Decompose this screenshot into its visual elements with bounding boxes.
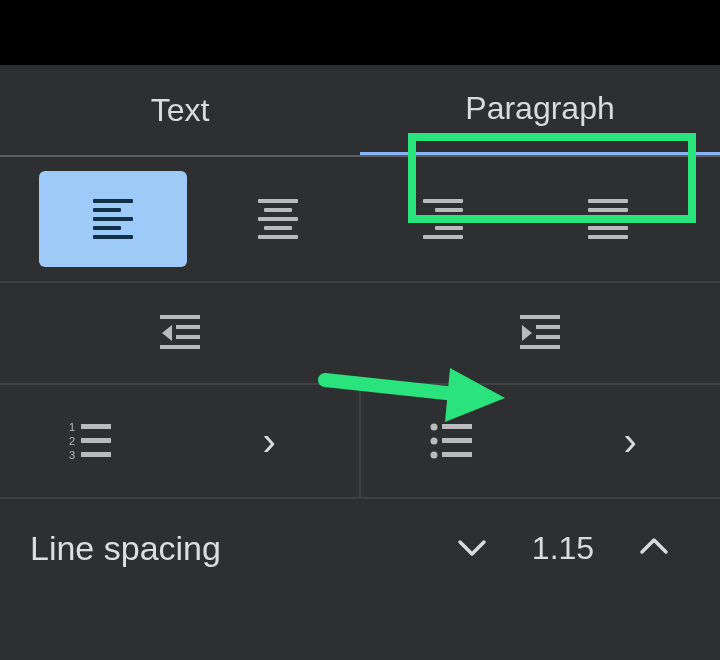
format-panel: Text Paragraph	[0, 65, 720, 660]
bulleted-list-button[interactable]	[361, 385, 541, 497]
svg-rect-23	[442, 452, 472, 457]
svg-rect-16	[81, 438, 111, 443]
svg-rect-0	[160, 315, 200, 319]
bulleted-list-options-button[interactable]: ›	[541, 385, 721, 497]
align-justify-button[interactable]	[534, 171, 682, 267]
chevron-up-icon	[639, 537, 669, 557]
indent-row	[0, 283, 720, 385]
line-spacing-increase-button[interactable]	[618, 537, 690, 561]
align-right-button[interactable]	[369, 171, 517, 267]
svg-text:1: 1	[69, 421, 75, 433]
numbered-list-options-button[interactable]: ›	[180, 385, 360, 497]
svg-marker-4	[162, 325, 172, 341]
svg-rect-1	[176, 325, 200, 329]
chevron-right-icon: ›	[624, 419, 637, 464]
align-justify-icon	[588, 199, 628, 239]
decrease-indent-button[interactable]	[0, 313, 360, 353]
svg-rect-3	[160, 345, 200, 349]
svg-rect-2	[176, 335, 200, 339]
svg-rect-7	[536, 335, 560, 339]
align-center-button[interactable]	[204, 171, 352, 267]
device-status-bar	[0, 0, 720, 65]
numbered-list-icon: 1 2 3	[69, 421, 111, 461]
svg-rect-15	[81, 424, 111, 429]
line-spacing-label: Line spacing	[30, 529, 436, 568]
svg-text:2: 2	[69, 435, 75, 447]
svg-rect-5	[520, 315, 560, 319]
tabs-bar: Text Paragraph	[0, 65, 720, 157]
align-right-icon	[423, 199, 463, 239]
svg-rect-22	[442, 438, 472, 443]
decrease-indent-icon	[160, 313, 200, 353]
line-spacing-value: 1.15	[508, 530, 618, 567]
tab-text[interactable]: Text	[0, 65, 360, 155]
align-center-icon	[258, 199, 298, 239]
increase-indent-icon	[520, 313, 560, 353]
svg-text:3: 3	[69, 449, 75, 461]
svg-point-18	[430, 424, 437, 431]
bulleted-list-icon	[430, 421, 472, 461]
svg-point-20	[430, 452, 437, 459]
svg-point-19	[430, 438, 437, 445]
alignment-row	[0, 157, 720, 283]
align-left-icon	[93, 199, 133, 239]
increase-indent-button[interactable]	[360, 313, 720, 353]
numbered-list-button[interactable]: 1 2 3	[0, 385, 180, 497]
svg-rect-21	[442, 424, 472, 429]
svg-marker-9	[522, 325, 532, 341]
lists-row: 1 2 3 ›	[0, 385, 720, 499]
align-left-button[interactable]	[39, 171, 187, 267]
line-spacing-decrease-button[interactable]	[436, 537, 508, 561]
svg-rect-6	[536, 325, 560, 329]
line-spacing-row: Line spacing 1.15	[0, 499, 720, 598]
svg-rect-8	[520, 345, 560, 349]
chevron-down-icon	[457, 537, 487, 557]
chevron-right-icon: ›	[263, 419, 276, 464]
tab-paragraph[interactable]: Paragraph	[360, 65, 720, 155]
svg-rect-17	[81, 452, 111, 457]
